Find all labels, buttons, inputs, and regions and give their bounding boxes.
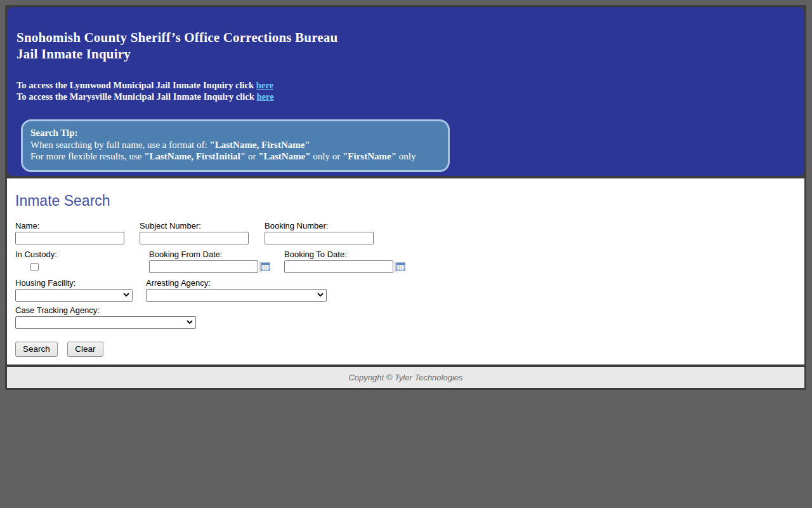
arresting-agency-field-group: Arresting Agency: xyxy=(146,279,327,302)
search-tip-line1: When searching by full name, use a forma… xyxy=(30,139,440,151)
inmate-search-heading: Inmate Search xyxy=(15,192,110,210)
booking-from-label: Booking From Date: xyxy=(149,250,270,259)
booking-from-calendar-button[interactable] xyxy=(259,262,270,272)
subject-number-input[interactable] xyxy=(140,232,249,244)
booking-to-field-group: Booking To Date: xyxy=(284,250,405,273)
subject-number-field-group: Subject Number: xyxy=(140,222,249,244)
booking-to-calendar-button[interactable] xyxy=(395,262,405,272)
housing-facility-select[interactable] xyxy=(15,289,133,302)
lynnwood-inquiry-link[interactable]: here xyxy=(256,80,273,90)
header-links: To access the Lynnwood Municipal Jail In… xyxy=(16,79,792,102)
footer: Copyright © Tyler Technologies xyxy=(7,367,804,388)
booking-to-input[interactable] xyxy=(284,260,393,273)
name-input[interactable] xyxy=(15,232,124,244)
marysville-inquiry-link[interactable]: here xyxy=(256,91,273,102)
name-label: Name: xyxy=(15,222,124,231)
main-content: Inmate Search Name: Subject Number: Book… xyxy=(7,178,804,364)
page-title-line1: Snohomish County Sheriff’s Office Correc… xyxy=(16,29,792,46)
in-custody-field-group: In Custody: xyxy=(15,250,57,274)
page-container: Snohomish County Sheriff’s Office Correc… xyxy=(5,5,806,390)
page-title: Snohomish County Sheriff’s Office Correc… xyxy=(16,29,792,62)
housing-facility-field-group: Housing Facility: xyxy=(15,279,133,302)
page-title-line2: Jail Inmate Inquiry xyxy=(16,46,792,62)
header-panel: Snohomish County Sheriff’s Office Correc… xyxy=(7,7,804,176)
name-field-group: Name: xyxy=(15,222,124,244)
booking-to-label: Booking To Date: xyxy=(284,250,405,259)
clear-button[interactable]: Clear xyxy=(67,342,103,357)
copyright-text: Copyright © Tyler Technologies xyxy=(348,373,462,382)
in-custody-label: In Custody: xyxy=(15,250,57,259)
search-tip-title: Search Tip: xyxy=(30,127,440,139)
arresting-agency-label: Arresting Agency: xyxy=(146,279,327,288)
in-custody-checkbox[interactable] xyxy=(30,263,39,271)
booking-number-field-group: Booking Number: xyxy=(265,222,374,244)
subject-number-label: Subject Number: xyxy=(140,222,249,231)
case-tracking-agency-select[interactable] xyxy=(15,316,196,329)
search-tip-line2: For more flexible results, use "LastName… xyxy=(30,150,440,163)
calendar-icon xyxy=(259,265,270,274)
calendar-icon xyxy=(395,265,405,274)
housing-facility-label: Housing Facility: xyxy=(15,279,133,288)
lynnwood-link-text: To access the Lynnwood Municipal Jail In… xyxy=(16,80,256,90)
booking-from-input[interactable] xyxy=(149,260,258,273)
marysville-link-line: To access the Marysville Municipal Jail … xyxy=(16,91,792,102)
booking-from-field-group: Booking From Date: xyxy=(149,250,270,273)
search-button[interactable]: Search xyxy=(15,342,58,357)
booking-number-input[interactable] xyxy=(265,232,374,244)
case-tracking-agency-label: Case Tracking Agency: xyxy=(15,306,196,315)
marysville-link-text: To access the Marysville Municipal Jail … xyxy=(16,91,256,102)
case-tracking-agency-field-group: Case Tracking Agency: xyxy=(15,306,196,329)
booking-number-label: Booking Number: xyxy=(265,222,374,231)
arresting-agency-select[interactable] xyxy=(146,289,327,302)
search-tip-box: Search Tip: When searching by full name,… xyxy=(21,119,450,172)
lynnwood-link-line: To access the Lynnwood Municipal Jail In… xyxy=(16,79,792,91)
form-buttons: Search Clear xyxy=(15,342,110,357)
